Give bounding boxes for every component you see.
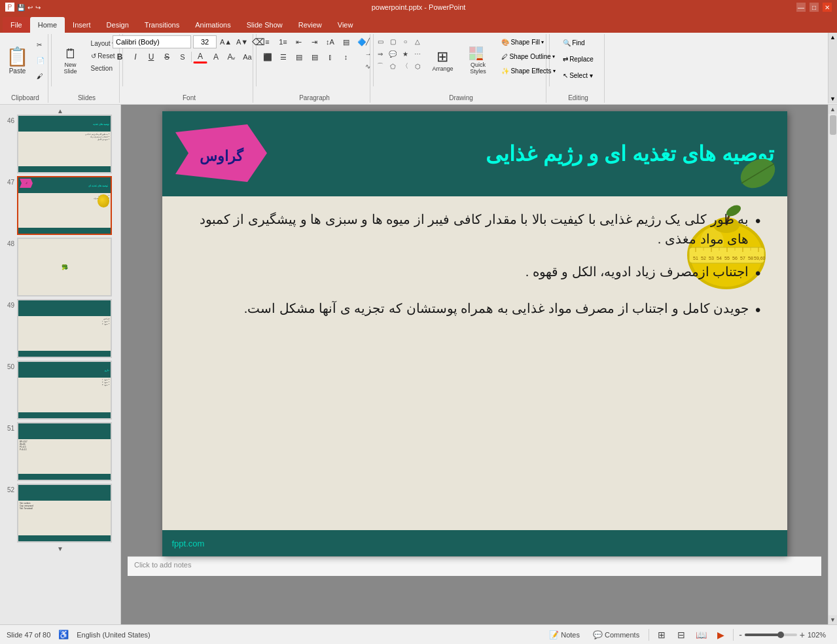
scroll-thumb[interactable] xyxy=(830,115,836,135)
view-normal-btn[interactable]: ⊞ xyxy=(654,628,669,641)
zoom-out-btn[interactable]: - xyxy=(739,630,742,640)
slide-img-46[interactable]: توصیه های تغذیه • به طور کلی یک رژیم غذا… xyxy=(17,115,112,173)
maximize-btn[interactable]: □ xyxy=(810,3,819,12)
shape-fill-button[interactable]: 🎨 Shape Fill ▾ xyxy=(497,35,560,48)
strikethrough-btn[interactable]: S xyxy=(160,50,174,63)
text-direction-btn[interactable]: ↕A xyxy=(323,35,338,48)
cut-button[interactable]: ✂ xyxy=(33,37,48,52)
shape-curve[interactable]: ∿ xyxy=(362,60,374,72)
replace-button[interactable]: ⇄ Replace xyxy=(558,52,598,66)
increase-indent-btn[interactable]: ⇥ xyxy=(308,35,322,48)
slides-scroll-down[interactable]: ▼ xyxy=(3,545,118,552)
notes-btn[interactable]: 📝 Notes xyxy=(545,629,584,641)
tab-animations[interactable]: Animations xyxy=(187,17,238,33)
slide-content[interactable]: • به طور کلی یک رژیم غذایی با کیفیت بالا… xyxy=(162,196,787,524)
ribbon-scroll-up[interactable]: ▲ xyxy=(828,33,837,42)
tab-insert[interactable]: Insert xyxy=(65,17,99,33)
zoom-slider[interactable] xyxy=(745,634,797,636)
slide-thumb-46[interactable]: 46 توصیه های تغذیه • به طور کلی یک رژیم … xyxy=(3,115,118,173)
slide-img-48[interactable]: 🥦 xyxy=(17,238,112,296)
decrease-font-btn[interactable]: A▼ xyxy=(235,35,249,48)
cols-btn[interactable]: ⫿ xyxy=(323,50,338,63)
tab-review[interactable]: Review xyxy=(291,17,330,33)
italic-btn[interactable]: I xyxy=(128,50,143,63)
shape-line[interactable]: ╱ xyxy=(362,35,374,47)
underline-btn[interactable]: U xyxy=(144,50,158,63)
slide-thumb-50[interactable]: 50 دارو • مورد ۱• مورد ۲• مورد ۳ xyxy=(3,361,118,420)
align-left-btn[interactable]: ⬛ xyxy=(260,50,275,63)
align-center-btn[interactable]: ☰ xyxy=(276,50,291,63)
ribbon-scroll-down[interactable]: ▼ xyxy=(828,94,837,103)
shape-outline-button[interactable]: 🖊 Shape Outline ▾ xyxy=(497,50,560,63)
shape-cube[interactable]: ⬡ xyxy=(412,60,423,72)
view-slide-sorter-btn[interactable]: ⊟ xyxy=(674,628,688,641)
slide-thumb-48[interactable]: 48 🥦 xyxy=(3,238,118,296)
bullets-btn[interactable]: ≡ xyxy=(260,35,275,48)
numbering-btn[interactable]: 1≡ xyxy=(276,35,291,48)
paste-button[interactable]: 📋 Paste xyxy=(3,35,32,85)
tab-view[interactable]: View xyxy=(330,17,361,33)
shape-chevron[interactable]: 〈 xyxy=(399,60,411,72)
shadow-btn[interactable]: S xyxy=(175,50,190,63)
slide-canvas[interactable]: گراوس توصیه های تغذیه ای و رژیم غذایی xyxy=(162,111,787,556)
view-slideshow-btn[interactable]: ▶ xyxy=(713,628,728,641)
shape-triangle[interactable]: △ xyxy=(412,35,423,47)
font-color-btn[interactable]: A xyxy=(193,50,207,63)
line-spacing-btn[interactable]: ↕ xyxy=(339,50,353,63)
bold-btn[interactable]: B xyxy=(113,50,127,63)
justify-btn[interactable]: ▤ xyxy=(308,50,322,63)
scroll-up-arrow[interactable]: ▲ xyxy=(828,105,838,114)
slides-scroll-up[interactable]: ▲ xyxy=(3,107,118,115)
char-spacing-btn[interactable]: Aᵥ xyxy=(224,50,239,63)
close-btn[interactable]: ✕ xyxy=(823,3,832,12)
comments-btn[interactable]: 💬 Comments xyxy=(589,629,643,641)
decrease-indent-btn[interactable]: ⇤ xyxy=(292,35,306,48)
highlight-btn[interactable]: A xyxy=(209,50,223,63)
shape-rect[interactable]: ▭ xyxy=(374,35,386,47)
select-button[interactable]: ↖ Select ▾ xyxy=(558,68,597,82)
shape-oval[interactable]: ○ xyxy=(399,35,411,47)
shape-rounded-rect[interactable]: ▢ xyxy=(387,35,399,47)
new-slide-button[interactable]: 🗒 NewSlide xyxy=(55,35,86,85)
zoom-in-btn[interactable]: + xyxy=(800,630,805,640)
slide-thumb-52[interactable]: 52 Tab: varfarinCap: omeprazolTab: Torva… xyxy=(3,484,118,543)
accessibility-icon[interactable]: ♿ xyxy=(58,630,69,639)
arrange-button[interactable]: ⊞ Arrange xyxy=(426,35,459,85)
quick-styles-button[interactable]: QuickStyles xyxy=(461,35,494,85)
canvas-scrollbar[interactable]: ▲ ▼ xyxy=(828,105,837,624)
notes-placeholder[interactable]: Click to add notes xyxy=(134,561,191,569)
shape-effects-button[interactable]: ✨ Shape Effects ▾ xyxy=(497,64,560,77)
notes-area[interactable]: Click to add notes xyxy=(128,556,821,576)
slide-thumb-49[interactable]: 49 فرانس• مورد ۱• مورد ۲ xyxy=(3,299,118,358)
slide-img-49[interactable]: فرانس• مورد ۱• مورد ۲ xyxy=(17,299,112,358)
format-painter-button[interactable]: 🖌 xyxy=(33,69,48,83)
shape-arrow[interactable]: → xyxy=(362,48,374,60)
scroll-down-arrow[interactable]: ▼ xyxy=(828,615,838,624)
tab-transitions[interactable]: Transitions xyxy=(137,17,187,33)
copy-button[interactable]: 📄 xyxy=(33,53,48,67)
increase-font-btn[interactable]: A▲ xyxy=(219,35,233,48)
align-right-btn[interactable]: ▤ xyxy=(292,50,306,63)
font-case-btn[interactable]: Aa xyxy=(240,50,255,63)
slide-thumb-47[interactable]: 47 گ توصیه های تغذیه ای • به طور کلی• اج… xyxy=(3,176,118,235)
shape-star[interactable]: ★ xyxy=(399,48,411,60)
tab-slideshow[interactable]: Slide Show xyxy=(239,17,291,33)
shape-callout[interactable]: 💬 xyxy=(387,48,399,60)
font-family-input[interactable] xyxy=(113,35,191,48)
shape-more[interactable]: ⋯ xyxy=(412,48,423,60)
shape-block-arrow[interactable]: ⇒ xyxy=(374,48,386,60)
shape-freeform[interactable]: ⌒ xyxy=(374,60,386,72)
view-reading-btn[interactable]: 📖 xyxy=(694,628,708,641)
slide-thumb-51[interactable]: 51 BP=15/7Wt=95P1=4.5P=4.4.3 xyxy=(3,422,118,481)
slide-img-51[interactable]: BP=15/7Wt=95P1=4.5P=4.4.3 xyxy=(17,422,112,481)
slide-img-52[interactable]: Tab: varfarinCap: omeprazolTab: Torvasta… xyxy=(17,484,112,543)
tab-home[interactable]: Home xyxy=(30,17,65,33)
minimize-btn[interactable]: — xyxy=(796,3,806,12)
slide-img-47[interactable]: گ توصیه های تغذیه ای • به طور کلی• اجتنا… xyxy=(17,176,112,235)
align-text-btn[interactable]: ▤ xyxy=(339,35,353,48)
find-button[interactable]: 🔍 Find xyxy=(558,35,589,50)
shape-pentagon[interactable]: ⬠ xyxy=(387,60,399,72)
zoom-slider-thumb[interactable] xyxy=(777,632,784,638)
scroll-track[interactable] xyxy=(828,114,837,615)
tab-design[interactable]: Design xyxy=(99,17,137,33)
